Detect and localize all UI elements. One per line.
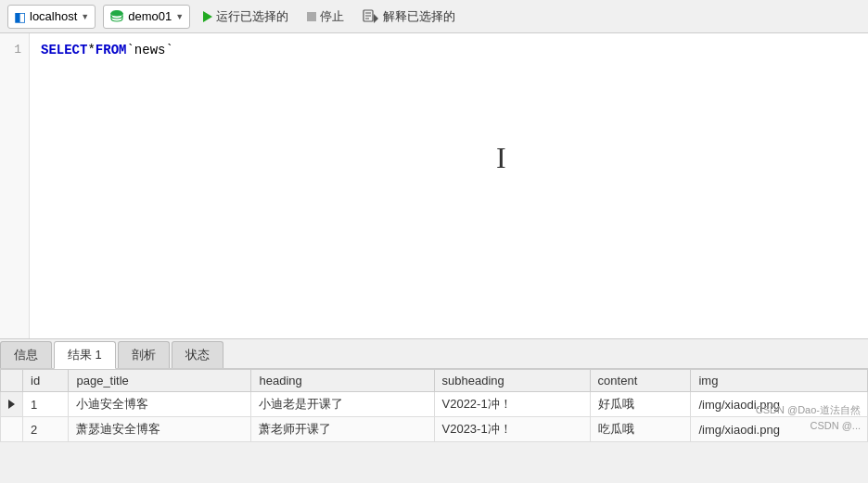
play-icon bbox=[203, 11, 212, 22]
col-id: id bbox=[23, 370, 69, 392]
sql-star: * bbox=[87, 41, 95, 59]
svg-marker-5 bbox=[374, 14, 378, 23]
stop-button[interactable]: 停止 bbox=[301, 6, 350, 27]
cell-content-1: 好瓜哦 bbox=[590, 392, 691, 417]
database-chevron-icon: ▼ bbox=[175, 12, 184, 21]
database-selector[interactable]: demo01 ▼ bbox=[103, 5, 190, 29]
cell-id-1: 1 bbox=[23, 392, 69, 417]
host-selector[interactable]: ◧ localhost ▼ bbox=[7, 5, 96, 29]
run-label: 运行已选择的 bbox=[216, 8, 288, 25]
cell-id-2: 2 bbox=[23, 417, 69, 442]
table-row: 2 萧瑟迪安全博客 萧老师开课了 V2023-1冲！ 吃瓜哦 /img/xiao… bbox=[1, 417, 868, 442]
code-line-1: SELECT * FROM `news` bbox=[41, 41, 857, 59]
tab-status[interactable]: 状态 bbox=[172, 341, 223, 368]
tabs-bar: 信息 结果 1 剖析 状态 bbox=[0, 339, 868, 369]
code-editor[interactable]: SELECT * FROM `news` I bbox=[30, 33, 868, 338]
sql-table-name: `news` bbox=[126, 41, 172, 59]
row-indicator-1 bbox=[1, 392, 23, 417]
text-cursor: I bbox=[496, 143, 506, 172]
col-heading: heading bbox=[251, 370, 434, 392]
col-subheading: subheading bbox=[434, 370, 590, 392]
col-content: content bbox=[590, 370, 691, 392]
cell-heading-2: 萧老师开课了 bbox=[251, 417, 434, 442]
cell-page-title-2: 萧瑟迪安全博客 bbox=[69, 417, 251, 442]
sql-from-keyword: FROM bbox=[96, 41, 127, 59]
row-arrow-icon bbox=[8, 400, 15, 409]
sql-select-keyword: SELECT bbox=[41, 41, 87, 59]
row-indicator-2 bbox=[1, 417, 23, 442]
bottom-panel: 信息 结果 1 剖析 状态 id page_title heading subh… bbox=[0, 339, 868, 442]
toolbar: ◧ localhost ▼ demo01 ▼ 运行已选择的 停止 bbox=[0, 0, 868, 33]
run-button[interactable]: 运行已选择的 bbox=[198, 6, 294, 27]
watermark-line2: CSDN @... bbox=[756, 418, 861, 435]
col-img: img bbox=[691, 370, 868, 392]
cell-heading-1: 小迪老是开课了 bbox=[251, 392, 434, 417]
col-indicator bbox=[1, 370, 23, 392]
tab-results[interactable]: 结果 1 bbox=[54, 341, 116, 369]
cell-content-2: 吃瓜哦 bbox=[590, 417, 691, 442]
database-label: demo01 bbox=[128, 9, 172, 23]
editor-area[interactable]: 1 SELECT * FROM `news` I bbox=[0, 33, 868, 339]
stop-icon bbox=[307, 12, 316, 21]
cell-subheading-2: V2023-1冲！ bbox=[434, 417, 590, 442]
cell-page-title-1: 小迪安全博客 bbox=[69, 392, 251, 417]
table-row: 1 小迪安全博客 小迪老是开课了 V2022-1冲！ 好瓜哦 /img/xiao… bbox=[1, 392, 868, 417]
host-chevron-icon: ▼ bbox=[81, 12, 89, 21]
line-number-1: 1 bbox=[0, 41, 29, 59]
results-table: id page_title heading subheading content… bbox=[0, 369, 868, 442]
explain-label: 解释已选择的 bbox=[383, 8, 455, 25]
host-icon: ◧ bbox=[14, 9, 26, 24]
stop-label: 停止 bbox=[320, 8, 344, 25]
watermark-line1: CSDN @Dao-道法自然 bbox=[756, 402, 861, 419]
watermark: CSDN @Dao-道法自然 CSDN @... bbox=[756, 402, 861, 435]
col-page-title: page_title bbox=[69, 370, 251, 392]
tab-info[interactable]: 信息 bbox=[0, 341, 52, 368]
explain-icon bbox=[363, 9, 379, 24]
line-numbers: 1 bbox=[0, 33, 30, 338]
explain-button[interactable]: 解释已选择的 bbox=[357, 6, 461, 27]
host-label: localhost bbox=[30, 9, 77, 23]
tab-profile[interactable]: 剖析 bbox=[118, 341, 170, 368]
database-icon bbox=[109, 9, 124, 24]
cell-subheading-1: V2022-1冲！ bbox=[434, 392, 590, 417]
